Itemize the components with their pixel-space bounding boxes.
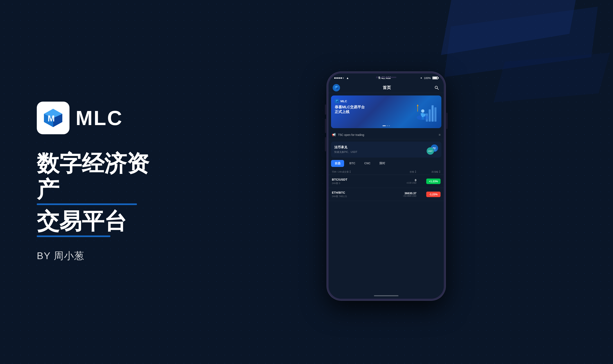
svg-text:M: M [48, 114, 55, 123]
change-badge-ethbtc: -1.23% [426, 192, 441, 197]
status-battery: ✦ 100% [420, 77, 438, 79]
row-change-ethbtc: -1.23% [417, 192, 441, 197]
svg-rect-17 [432, 105, 434, 122]
table-row[interactable]: ETH/BTC 24H量 7481.21 36630.37 ≈53.0809 U… [329, 188, 444, 201]
tab-zixuan[interactable]: 自选 [331, 160, 344, 167]
search-button[interactable] [434, 85, 440, 91]
svg-rect-24 [422, 117, 423, 119]
row-price-usd-btcusdt: ≈0.00 USD [386, 182, 417, 184]
left-panel: M MLC 数字经济资产 交易平台 BY 周小葱 [0, 0, 159, 364]
title-line2: 交易平台 [37, 208, 159, 234]
sort-arrows-price[interactable]: ▲▼ [415, 170, 417, 173]
sort-arrows-change[interactable]: ▲▼ [439, 170, 441, 173]
table-row[interactable]: BTC/USDT 24H量 0 0 ≈0.00 USD +1.23% [329, 175, 444, 188]
volume-up-button [325, 119, 326, 133]
ticker-text: T5C open for trading [338, 133, 437, 136]
signal-dot-3 [338, 77, 340, 79]
battery-fill [433, 77, 437, 79]
banner-title-line2: 正式上线 [335, 110, 349, 114]
tab-limited[interactable]: 限时 [376, 160, 389, 167]
banner-dot-active [383, 126, 386, 126]
th-price-label: 价格 [410, 170, 414, 173]
battery-icon [432, 77, 438, 79]
usdt-coin: USDT [427, 147, 434, 155]
app-logo[interactable] [333, 84, 340, 91]
app-header: 首页 [329, 82, 444, 93]
row-change-btcusdt: +1.23% [417, 179, 441, 184]
row-volume-ethbtc: 24H量 7481.21 [332, 195, 386, 198]
volume-down-button [325, 137, 326, 151]
mute-button [325, 104, 326, 115]
logo-box: M [37, 102, 70, 134]
tab-cnc-label: CNC [364, 162, 370, 165]
screen-content: MLC 恭喜MLC交易平台 正式上线 [329, 93, 444, 299]
th-change: 跌涨幅 ▲▼ [417, 170, 441, 173]
tab-zixuan-label: 自选 [335, 162, 340, 165]
title-line1: 数字经济资产 [37, 151, 159, 202]
ticker-icon: 📢 [332, 133, 336, 137]
sort-arrows-pair[interactable]: ▲▼ [349, 170, 351, 173]
row-price-usd-ethbtc: ≈53.0809 USD [386, 195, 417, 197]
banner-logo-icon [335, 99, 339, 103]
svg-rect-25 [423, 117, 424, 119]
title-section: 数字经济资产 交易平台 [37, 151, 159, 237]
phone-screen: ▲ 9:41 AM ✦ 100% [329, 73, 444, 299]
tab-cnc[interactable]: CNC [361, 160, 374, 167]
market-tab-bar: 自选 BTC CNC 限时 [329, 160, 444, 167]
banner-dot-1 [387, 126, 388, 126]
row-price-col-ethbtc: 36630.37 ≈53.0809 USD [386, 192, 417, 197]
app-header-title: 首页 [383, 85, 391, 91]
mlc-logo-icon: M [42, 107, 64, 129]
row-price-col-btcusdt: 0 ≈0.00 USD [386, 179, 417, 184]
signal-dots [334, 77, 344, 79]
exchange-arrow: ↻ [434, 148, 436, 152]
fabi-info: 法币承兑 快速兑换PIC、USDT [334, 145, 357, 154]
ticker-bar: 📢 T5C open for trading ≡ [329, 130, 444, 139]
banner-figure-svg [414, 97, 438, 126]
row-volume-btcusdt: 24H量 0 [332, 182, 386, 185]
th-change-label: 跌涨幅 [432, 170, 438, 173]
change-badge-btcusdt: +1.23% [426, 179, 441, 184]
fabi-title: 法币承兑 [334, 145, 357, 150]
by-line: BY 周小葱 [37, 249, 159, 262]
speaker-bar [380, 77, 396, 78]
banner-dot-2 [389, 126, 390, 126]
status-signal: ▲ [334, 76, 349, 79]
fabi-subtitle: 快速兑换PIC、USDT [334, 150, 357, 154]
table-header: 币种 / 24h成交量 ▲▼ 价格 ▲▼ 跌涨幅 ▲▼ [329, 169, 444, 175]
fabi-coins-decoration: PIC USDT ↻ [422, 144, 438, 155]
banner-title: 恭喜MLC交易平台 正式上线 [335, 105, 365, 115]
volume-label: 24H量 [332, 182, 338, 184]
power-button [446, 113, 447, 129]
logo-text: MLC [76, 106, 123, 130]
battery-percent: 100% [424, 77, 431, 79]
th-price: 价格 ▲▼ [386, 170, 417, 173]
camera-dot [376, 76, 378, 78]
tab-limited-label: 限时 [379, 162, 385, 165]
banner-decoration [414, 97, 438, 127]
th-pair: 币种 / 24h成交量 ▲▼ [332, 170, 386, 173]
signal-dot-5 [342, 77, 344, 79]
phone-outer-frame: ▲ 9:41 AM ✦ 100% [327, 72, 446, 300]
title-underline-1 [37, 203, 137, 205]
phone-camera-area [376, 76, 396, 78]
app-logo-svg [334, 86, 339, 90]
fabi-section[interactable]: 法币承兑 快速兑换PIC、USDT PIC USDT ↻ [331, 142, 441, 157]
main-banner[interactable]: MLC 恭喜MLC交易平台 正式上线 [331, 95, 441, 128]
ticker-menu-icon[interactable]: ≡ [439, 133, 441, 137]
right-panel: ▲ 9:41 AM ✦ 100% [159, 0, 613, 364]
phone-home-bar [374, 295, 398, 296]
logo-container: M MLC [37, 102, 159, 134]
search-icon [434, 86, 439, 90]
bluetooth-icon: ✦ [420, 77, 422, 79]
svg-point-9 [435, 86, 437, 89]
banner-badge: MLC [335, 99, 347, 103]
banner-title-line1: 恭喜MLC交易平台 [335, 105, 365, 109]
svg-marker-27 [417, 104, 418, 106]
tab-btc[interactable]: BTC [346, 160, 359, 167]
signal-dot-4 [340, 77, 342, 79]
fabi-coins-area: PIC USDT ↻ [422, 144, 438, 155]
signal-dot-2 [336, 77, 338, 79]
banner-mlc-label: MLC [340, 99, 347, 103]
volume-value: 0 [339, 182, 340, 184]
